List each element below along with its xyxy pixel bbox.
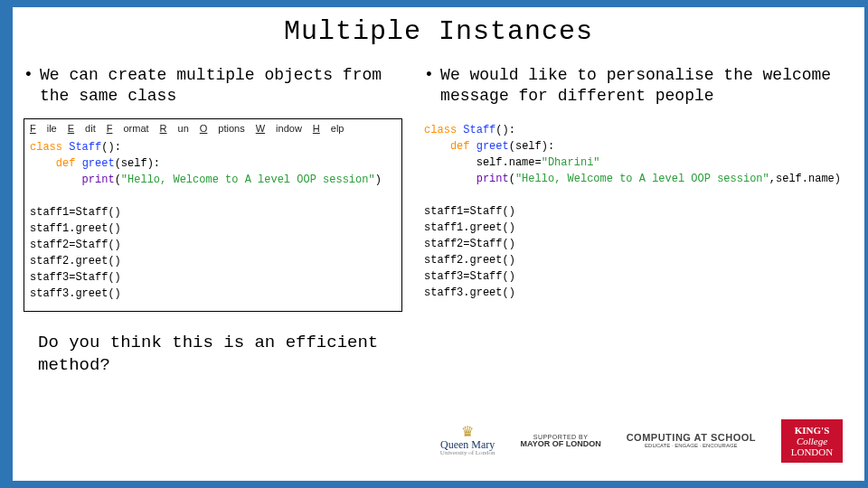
crown-icon: ♛: [461, 425, 474, 439]
left-bullet: • We can create multiple objects from th…: [24, 65, 402, 106]
mol-text: MAYOR OF LONDON: [521, 440, 601, 448]
cas-text: COMPUTING AT SCHOOL: [627, 433, 756, 443]
kcl-3: LONDON: [791, 446, 833, 457]
menu-item[interactable]: Options: [200, 123, 245, 134]
left-code: class Staff(): def greet(self): print("H…: [30, 139, 396, 302]
logo-mayor: SUPPORTED BY MAYOR OF LONDON: [521, 434, 601, 448]
right-code: class Staff(): def greet(self): self.nam…: [424, 122, 841, 301]
editor-menubar: FileEditFormatRunOptionsWindowHelp: [30, 123, 396, 139]
logo-cas: COMPUTING AT SCHOOL EDUCATE · ENGAGE · E…: [627, 433, 756, 448]
qmul-sub: University of London: [440, 450, 495, 456]
kcl-2: College: [797, 436, 827, 446]
menu-item[interactable]: Help: [313, 123, 344, 134]
right-bullet-text: We would like to personalise the welcome…: [440, 65, 846, 106]
bullet-dot: •: [424, 65, 440, 106]
columns: • We can create multiple objects from th…: [13, 47, 864, 312]
cas-sub: EDUCATE · ENGAGE · ENCOURAGE: [645, 443, 738, 448]
kcl-1: KING'S: [795, 425, 830, 436]
logo-kcl: KING'S College LONDON: [781, 419, 843, 463]
menu-item[interactable]: Format: [107, 123, 149, 134]
menu-item[interactable]: File: [30, 123, 57, 134]
menu-item[interactable]: Run: [160, 123, 189, 134]
menu-item[interactable]: Edit: [68, 123, 96, 134]
question-text: Do you think this is an efficient method…: [13, 312, 392, 376]
left-column: • We can create multiple objects from th…: [24, 65, 402, 312]
logo-row: ♛ Queen Mary University of London SUPPOR…: [440, 419, 843, 463]
menu-item[interactable]: Window: [256, 123, 302, 134]
logo-qmul: ♛ Queen Mary University of London: [440, 425, 495, 456]
right-bullet: • We would like to personalise the welco…: [424, 65, 846, 106]
bullet-dot: •: [24, 65, 40, 106]
left-code-box: FileEditFormatRunOptionsWindowHelp class…: [24, 118, 402, 312]
slide: Multiple Instances • We can create multi…: [13, 7, 864, 481]
right-column: • We would like to personalise the welco…: [424, 65, 846, 312]
left-bullet-text: We can create multiple objects from the …: [40, 65, 402, 106]
slide-title: Multiple Instances: [13, 7, 864, 47]
right-code-box: class Staff(): def greet(self): self.nam…: [424, 118, 846, 310]
